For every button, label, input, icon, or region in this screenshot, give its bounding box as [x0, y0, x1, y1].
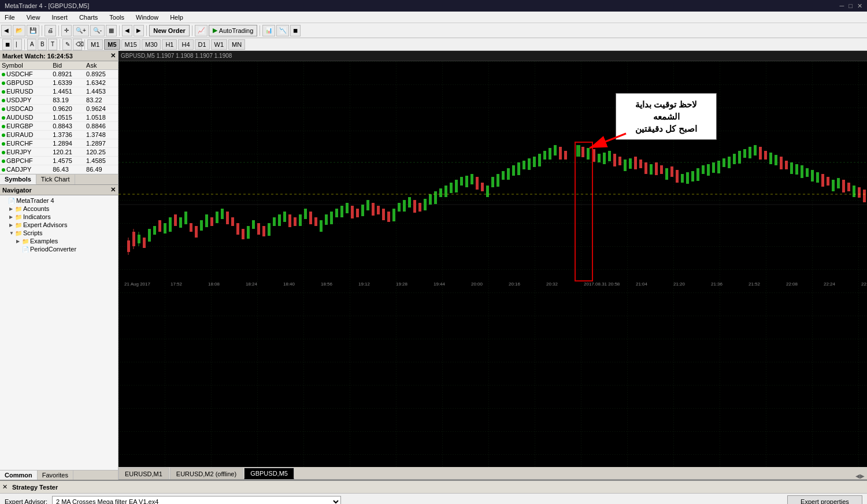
maximize-btn[interactable]: □	[849, 2, 853, 10]
toolbar-chart-type3[interactable]: ◼	[290, 25, 301, 36]
chart-canvas[interactable]: 1.1530 1.1925 1.1920 1.1915 1.1910 1.190…	[118, 61, 867, 467]
svg-rect-164	[795, 164, 798, 175]
tf-toolbar-icon2[interactable]: |	[13, 39, 22, 50]
tab-symbols[interactable]: Symbols	[0, 175, 36, 184]
toolbar-zoom-out[interactable]: 🔍-	[90, 25, 105, 36]
svg-rect-58	[236, 223, 239, 235]
close-btn[interactable]: ✕	[857, 2, 862, 10]
tf-toolbar-icon4[interactable]: B	[38, 39, 47, 50]
svg-rect-62	[257, 223, 260, 235]
tf-btn-h4[interactable]: H4	[178, 39, 193, 50]
market-watch-row[interactable]: EURUSD 1.4451 1.4453	[0, 87, 118, 96]
nav-tree-item[interactable]: ▶ 📁 Accounts	[0, 205, 118, 213]
nav-tree-item[interactable]: ▼ 📁 Scripts	[0, 229, 118, 237]
mw-dot	[2, 99, 5, 102]
minimize-btn[interactable]: ─	[840, 2, 844, 10]
chart-tab-eurusd-m2[interactable]: EURUSD,M2 (offline)	[170, 468, 243, 479]
market-watch-row[interactable]: GBPCHF 1.4575 1.4585	[0, 157, 118, 165]
menu-window[interactable]: Window	[134, 14, 161, 21]
toolbar-crosshair[interactable]: ✛	[61, 25, 72, 36]
menu-tools[interactable]: Tools	[107, 14, 127, 21]
toolbar-save-btn[interactable]: 💾	[27, 25, 39, 36]
market-watch-close[interactable]: ✕	[110, 52, 116, 60]
tf-toolbar-icon6[interactable]: ✎	[62, 39, 72, 50]
svg-text:20:16: 20:16	[509, 281, 521, 287]
menu-view[interactable]: View	[24, 14, 43, 21]
toolbar-chart-type2[interactable]: 📉	[276, 25, 289, 36]
tf-toolbar-icon7[interactable]: ⌫	[73, 39, 82, 50]
market-watch-row[interactable]: EURGBP 0.8843 0.8846	[0, 122, 118, 131]
svg-rect-0	[118, 61, 867, 467]
toolbar-chart-btn[interactable]: ▦	[106, 25, 117, 36]
tree-icon: 📁	[22, 238, 29, 244]
navigator-close[interactable]: ✕	[110, 186, 116, 194]
market-watch-row[interactable]: EURCHF 1.2894 1.2897	[0, 139, 118, 148]
toolbar-zoom-in[interactable]: 🔍+	[73, 25, 89, 36]
mw-bid: 86.43	[51, 165, 84, 174]
panel-close-btn[interactable]: ✕	[2, 483, 8, 491]
toolbar-new-btn[interactable]: ◀	[1, 25, 12, 36]
svg-text:19:28: 19:28	[396, 281, 408, 287]
menu-bar: File View Insert Charts Tools Window Hel…	[0, 12, 867, 23]
mw-symbol: EURCHF	[0, 139, 51, 148]
tf-btn-m5[interactable]: M5	[104, 39, 120, 50]
toolbar-open-btn[interactable]: 📂	[13, 25, 25, 36]
nav-tree-item[interactable]: 📄 PeriodConverter	[0, 245, 118, 253]
nav-tree-item[interactable]: ▶ 📁 Indicators	[0, 213, 118, 221]
expert-properties-btn[interactable]: Expert properties	[787, 495, 862, 504]
svg-rect-148	[712, 162, 715, 173]
tf-btn-w1[interactable]: W1	[211, 39, 228, 50]
svg-rect-119	[554, 145, 557, 155]
menu-file[interactable]: File	[2, 14, 17, 21]
market-watch-row[interactable]: USDJPY 83.19 83.22	[0, 96, 118, 105]
market-watch-row[interactable]: EURJPY 120.21 120.25	[0, 148, 118, 157]
market-watch-row[interactable]: USDCHF 0.8921 0.8925	[0, 70, 118, 79]
nav-tree-item[interactable]: 📄 MetaTrader 4	[0, 197, 118, 205]
autotrading-button[interactable]: ▶ AutoTrading	[209, 25, 258, 36]
svg-rect-86	[382, 209, 385, 220]
toolbar-scroll-right[interactable]: ▶	[134, 25, 144, 36]
market-watch-row[interactable]: CADJPY 86.43 86.49	[0, 165, 118, 174]
market-watch-row[interactable]: EURAUD 1.3736 1.3748	[0, 131, 118, 139]
tab-favorites[interactable]: Favorites	[38, 470, 73, 480]
toolbar-indicator[interactable]: 📈	[195, 25, 208, 36]
menu-charts[interactable]: Charts	[77, 14, 100, 21]
tf-btn-mn[interactable]: MN	[228, 39, 245, 50]
tf-toolbar-icon5[interactable]: T	[48, 39, 57, 50]
menu-insert[interactable]: Insert	[49, 14, 70, 21]
svg-rect-100	[455, 180, 458, 192]
mw-dot	[2, 142, 5, 146]
ea-dropdown-wrap[interactable]: 2 MA Crosses Mega filter EA V1.ex4	[52, 496, 341, 504]
market-watch-row[interactable]: GBPUSD 1.6339 1.6342	[0, 79, 118, 87]
tf-toolbar-icon1[interactable]: ◼	[2, 39, 12, 50]
window-controls[interactable]: ─ □ ✕	[840, 2, 862, 10]
svg-rect-170	[827, 177, 829, 186]
tf-toolbar-icon3[interactable]: A	[27, 39, 36, 50]
market-watch-row[interactable]: USDCAD 0.9620 0.9624	[0, 105, 118, 113]
svg-rect-140	[670, 166, 673, 177]
tf-btn-m1[interactable]: M1	[87, 39, 103, 50]
tf-btn-h1[interactable]: H1	[162, 39, 177, 50]
nav-tree-item[interactable]: ▶ 📁 Examples	[0, 237, 118, 245]
toolbar-chart-type1[interactable]: 📊	[262, 25, 275, 36]
nav-tree-item[interactable]: ▶ 📁 Expert Advisors	[0, 221, 118, 229]
chart-tab-gbpusd-m5[interactable]: GBPUSD,M5	[244, 468, 294, 479]
svg-rect-95	[429, 194, 432, 205]
tab-common[interactable]: Common	[0, 470, 38, 480]
tab-tick-chart[interactable]: Tick Chart	[36, 175, 75, 184]
menu-help[interactable]: Help	[168, 14, 186, 21]
mw-bid: 0.8843	[51, 122, 84, 131]
svg-rect-107	[491, 177, 494, 187]
ea-select[interactable]: 2 MA Crosses Mega filter EA V1.ex4	[52, 496, 341, 504]
toolbar-print-btn[interactable]: 🖨	[45, 25, 56, 36]
toolbar-scroll-left[interactable]: ◀	[122, 25, 132, 36]
new-order-button[interactable]: New Order	[149, 25, 190, 36]
tf-btn-d1[interactable]: D1	[195, 39, 210, 50]
tf-btn-m30[interactable]: M30	[142, 39, 161, 50]
tf-sep3	[84, 39, 85, 50]
chart-tab-eurusd-m1[interactable]: EURUSD,M1	[118, 468, 169, 479]
tf-btn-m15[interactable]: M15	[121, 39, 140, 50]
market-watch-row[interactable]: AUDUSD 1.0515 1.0518	[0, 113, 118, 122]
svg-text:18:24: 18:24	[246, 281, 258, 287]
svg-rect-41	[148, 229, 151, 242]
